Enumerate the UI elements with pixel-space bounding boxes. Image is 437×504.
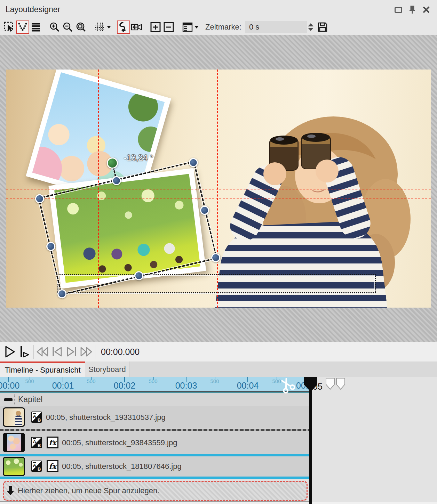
camera-pan-icon[interactable]	[130, 21, 143, 34]
zoom-fit-icon[interactable]	[74, 21, 88, 34]
bookmark-marker-icon[interactable]	[336, 378, 345, 390]
collapse-chapter-icon[interactable]	[4, 398, 13, 401]
chapter-label: Kapitel	[18, 395, 42, 404]
skip-forward-icon[interactable]	[79, 344, 94, 359]
ab-transition-icon[interactable]: AB	[31, 437, 42, 448]
play-icon[interactable]	[3, 344, 17, 359]
to-end-icon[interactable]	[64, 344, 79, 359]
zeitmarke-input[interactable]: 0 s	[245, 21, 307, 33]
minus-box-icon[interactable]	[162, 21, 175, 34]
fx-effect-icon[interactable]: fx	[47, 437, 58, 448]
toolbar: Zeitmarke: 0 s	[0, 19, 437, 35]
tab-storyboard[interactable]: Storyboard	[85, 361, 129, 377]
ruler-label-4: 00:04	[237, 381, 259, 391]
selection-highlight-bottom	[0, 477, 309, 479]
svg-text:A: A	[33, 414, 37, 419]
pin-icon[interactable]	[408, 6, 417, 14]
ruler-label-2: 00:02	[114, 381, 136, 391]
grid-icon[interactable]	[93, 21, 106, 34]
marquee-select-icon[interactable]	[3, 21, 16, 34]
zeitmarke-spinner[interactable]	[307, 21, 315, 33]
svg-text:B: B	[38, 466, 41, 472]
ruler-label-3: 00:03	[175, 381, 197, 391]
layoutdesigner-window: Layoutdesigner	[0, 0, 437, 504]
ruler-label-0: 00:00	[0, 381, 19, 391]
arrow-down-icon	[7, 486, 14, 495]
track-area: Kapitel AB 00:05, shutterstock_193310537…	[0, 392, 437, 504]
zoom-in-icon[interactable]	[48, 21, 61, 34]
clip-thumbnail[interactable]	[3, 433, 25, 452]
chapter-header[interactable]: Kapitel	[0, 393, 309, 406]
clip-label: 00:05, shutterstock_193310537.jpg	[46, 413, 166, 422]
zeitmarke-label: Zeitmarke:	[205, 23, 241, 32]
close-icon[interactable]	[422, 6, 431, 14]
ruler-sub-label: 500	[149, 378, 157, 384]
timecode-display: 00:00.000	[101, 347, 140, 357]
skip-back-icon[interactable]	[35, 344, 50, 359]
ab-transition-icon[interactable]: AB	[31, 411, 42, 423]
maximize-icon[interactable]	[394, 6, 403, 14]
clip-thumbnail[interactable]	[3, 457, 25, 476]
clip-thumbnail[interactable]	[3, 407, 25, 427]
new-track-drop-zone[interactable]: Hierher ziehen, um neue Spur anzulegen.	[3, 481, 308, 501]
panel-dropdown-icon[interactable]	[194, 21, 199, 34]
svg-text:B: B	[38, 443, 41, 448]
ruler-blue-area[interactable]: 00:00 00:01 00:02 00:03 00:04 500 500 50…	[0, 377, 311, 392]
chapter-separator	[14, 394, 15, 405]
bottom-strip	[0, 502, 437, 504]
slide-preview[interactable]: -13,24 °	[6, 70, 431, 308]
to-start-icon[interactable]	[50, 344, 64, 359]
track-separator	[0, 429, 309, 431]
ruler-sub-label: 500	[87, 378, 95, 384]
transport-bar: 00:00.000	[0, 342, 437, 361]
ruler-sub-label: 500	[210, 378, 219, 384]
view-tabs: Timeline - Spuransicht Storyboard	[0, 361, 437, 377]
svg-text:A: A	[33, 463, 37, 468]
window-title: Layoutdesigner	[6, 5, 60, 14]
save-icon[interactable]	[316, 21, 329, 34]
track-row-1[interactable]: AB 00:05, shutterstock_193310537.jpg	[0, 406, 309, 429]
spline-points-icon[interactable]	[16, 21, 29, 34]
svg-text:B: B	[38, 417, 41, 423]
timeline-ruler[interactable]: 00:00 00:01 00:02 00:03 00:04 500 500 50…	[0, 377, 437, 392]
layers-stack-icon[interactable]	[29, 21, 42, 34]
svg-text:A: A	[33, 439, 37, 444]
fx-effect-icon[interactable]: fx	[47, 460, 58, 472]
curve-path-icon[interactable]	[117, 21, 130, 34]
clip-label: 00:05, shutterstock_93843559.jpg	[62, 438, 177, 447]
selection-highlight-top	[0, 454, 309, 456]
tab-timeline-spuransicht[interactable]: Timeline - Spuransicht	[0, 361, 85, 377]
track-row-3-selected[interactable]: AB fx 00:05, shutterstock_181807646.jpg	[0, 456, 309, 477]
bookmark-marker-icon[interactable]	[326, 378, 335, 390]
ab-transition-icon[interactable]: AB	[31, 460, 42, 472]
grid-dropdown-icon[interactable]	[106, 21, 111, 34]
rotation-angle-label: -13,24 °	[124, 153, 153, 163]
clip-label: 00:05, shutterstock_181807646.jpg	[62, 462, 182, 471]
drop-hint-text: Hierher ziehen, um neue Spur anzulegen.	[18, 486, 159, 495]
zoom-out-icon[interactable]	[61, 21, 74, 34]
plus-box-icon[interactable]	[149, 21, 162, 34]
play-from-here-icon[interactable]	[17, 344, 32, 359]
panel-list-icon[interactable]	[181, 21, 194, 34]
ruler-sub-label: 500	[25, 378, 34, 384]
playhead-line[interactable]	[309, 377, 312, 504]
layout-canvas: -13,24 °	[0, 35, 437, 342]
titlebar: Layoutdesigner	[0, 0, 437, 19]
ruler-label-1: 00:01	[52, 381, 74, 391]
horizontal-guide-top	[6, 189, 431, 189]
track-row-2[interactable]: AB fx 00:05, shutterstock_93843559.jpg	[0, 431, 309, 454]
